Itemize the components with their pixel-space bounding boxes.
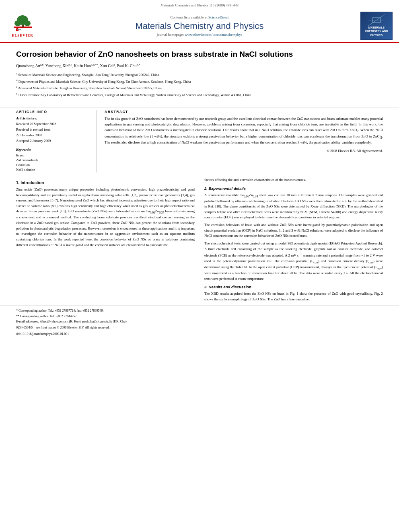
received-date: Received 25 September 2008 bbox=[16, 122, 90, 127]
accepted-date: Accepted 2 January 2009 bbox=[16, 139, 90, 144]
journal-header-bar: ELSEVIER Contents lists available at Sci… bbox=[0, 9, 399, 43]
abstract-text: The in situ growth of ZnO nanosheets has… bbox=[105, 116, 383, 146]
journal-homepage: journal homepage: www.elsevier.com/locat… bbox=[39, 33, 360, 37]
sciencedirect-link[interactable]: ScienceDirect bbox=[208, 15, 228, 19]
copyright-line: © 2008 Elsevier B.V. All rights reserved… bbox=[105, 149, 383, 153]
svg-point-3 bbox=[14, 21, 21, 26]
intro-para-1: Zinc oxide (ZnO) possesses many unique p… bbox=[16, 187, 195, 248]
page: Materials Chemistry and Physics 115 (200… bbox=[0, 0, 399, 532]
results-para-1: The XRD results acquired from the ZnO NS… bbox=[204, 291, 383, 302]
journal-citation: Materials Chemistry and Physics 115 (200… bbox=[0, 0, 399, 9]
intro-heading: 1. Introduction bbox=[16, 181, 195, 185]
footnote-email: E-mail addresses: kfhuo@yahoo.com.cn (K.… bbox=[16, 319, 383, 324]
article-title: Corrosion behavior of ZnO nanosheets on … bbox=[16, 49, 383, 60]
body-left-col: 1. Introduction Zinc oxide (ZnO) possess… bbox=[16, 177, 195, 304]
info-abstract-cols: ARTICLE INFO Article history: Received 2… bbox=[0, 110, 399, 173]
citation-text: Materials Chemistry and Physics 115 (200… bbox=[160, 3, 239, 7]
contents-line: Contents lists available at ScienceDirec… bbox=[39, 15, 360, 19]
keywords-label: Keywords: bbox=[16, 148, 90, 152]
journal-title-center: Contents lists available at ScienceDirec… bbox=[39, 15, 360, 37]
elsevier-logo: ELSEVIER bbox=[6, 14, 39, 37]
experimental-para-3: The electrochemical tests were carried o… bbox=[204, 241, 383, 281]
affiliations: a School of Materials Science and Engine… bbox=[16, 72, 383, 97]
article-history-label: Article history: bbox=[16, 116, 90, 120]
article-info-col: ARTICLE INFO Article history: Received 2… bbox=[16, 110, 97, 173]
svg-point-4 bbox=[24, 21, 31, 26]
journal-main-title: Materials Chemistry and Physics bbox=[39, 21, 360, 31]
svg-rect-7 bbox=[17, 29, 21, 30]
journal-logo-box: MATERIALS CHEMISTRY AND PHYSICS bbox=[360, 12, 393, 40]
experimental-heading: 2. Experimental details bbox=[204, 186, 383, 191]
abstract-label: ABSTRACT bbox=[105, 110, 383, 114]
keyword-3: Corrosion bbox=[16, 163, 90, 167]
keywords-section: Keywords: Brass ZnO nanosheets Corrosion… bbox=[16, 148, 90, 172]
elsevier-label: ELSEVIER bbox=[12, 33, 33, 37]
keyword-4: NaCl solution bbox=[16, 168, 90, 172]
revised-label: Received in revised form bbox=[16, 127, 90, 132]
journal-logo-text: MATERIALS CHEMISTRY AND PHYSICS bbox=[365, 26, 388, 37]
experimental-para-2: The corrosion behaviors of brass with an… bbox=[204, 222, 383, 239]
footnote-star1: * Corresponding author. Tel.: +852 27887… bbox=[16, 308, 383, 313]
footnote-copyright: 0254-0584/$ – see front matter © 2008 El… bbox=[16, 325, 383, 330]
body-right-col: factors affecting the anti-corrosion cha… bbox=[204, 177, 383, 304]
svg-point-5 bbox=[16, 27, 18, 29]
affil-c: c Advanced Materials Institute, Tsinghua… bbox=[16, 85, 383, 91]
results-heading: 3. Results and discussion bbox=[204, 285, 383, 289]
doi-line: doi:10.1016/j.matchemphys.2009.01.001 bbox=[0, 331, 399, 336]
article-info-label: ARTICLE INFO bbox=[16, 110, 90, 114]
elsevier-tree-icon bbox=[12, 14, 34, 33]
footnote-section: * Corresponding author. Tel.: +852 27887… bbox=[0, 306, 399, 330]
keyword-2: ZnO nanosheets bbox=[16, 158, 90, 162]
keyword-1: Brass bbox=[16, 153, 90, 157]
intro-para-cont: factors affecting the anti-corrosion cha… bbox=[204, 177, 383, 183]
authors-line: Quanzhang Ana,b, Yunchang Xinb,c, Kaifu … bbox=[16, 63, 383, 69]
affil-a: a School of Materials Science and Engine… bbox=[16, 72, 383, 78]
abstract-col: ABSTRACT The in situ growth of ZnO nanos… bbox=[105, 110, 383, 173]
journal-logo-icon bbox=[368, 14, 385, 26]
homepage-url[interactable]: www.elsevier.com/locate/matchemphys bbox=[185, 33, 242, 37]
article-header-section: Corrosion behavior of ZnO nanosheets on … bbox=[0, 43, 399, 105]
footnote-star2: ** Corresponding author. Tel.: +852 2784… bbox=[16, 314, 383, 318]
body-columns: 1. Introduction Zinc oxide (ZnO) possess… bbox=[0, 177, 399, 304]
divider bbox=[0, 107, 399, 107]
revised-date: 22 December 2008 bbox=[16, 133, 90, 138]
experimental-para-1: A commercial available Cu0.66Zn0.34 shee… bbox=[204, 193, 383, 221]
affil-b: b Department of Physics and Materials Sc… bbox=[16, 78, 383, 84]
affil-d: d Hubei Province Key Laboratory of Refra… bbox=[16, 92, 383, 98]
